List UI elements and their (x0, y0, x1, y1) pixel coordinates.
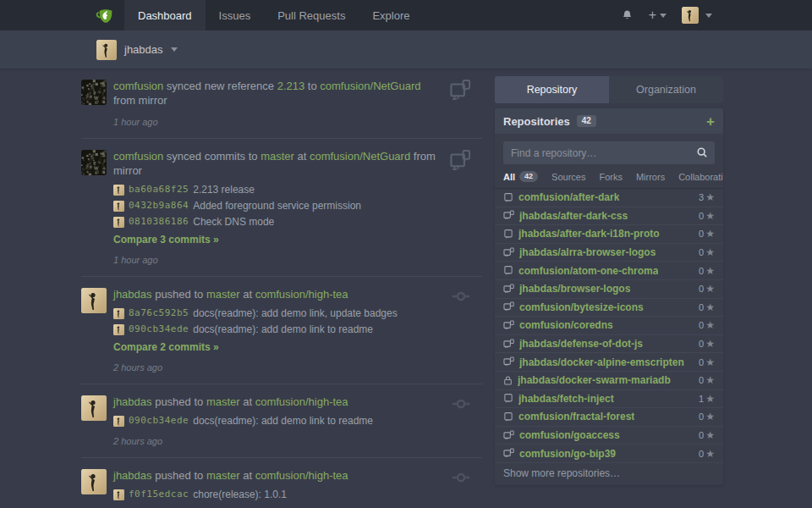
repository-row: jhabdas/alrra-browser-logos0★ (495, 244, 723, 262)
commit-author-avatar[interactable] (113, 489, 124, 500)
commit-author-avatar[interactable] (113, 217, 124, 228)
repository-link[interactable]: jhabdas/after-dark-css (519, 210, 628, 222)
commit-author-avatar[interactable] (113, 324, 124, 335)
feed-link[interactable]: comfusion/high-tea (255, 288, 348, 301)
repository-link[interactable]: comfusion/goaccess (519, 429, 620, 441)
repository-link[interactable]: comfusion/bytesize-icons (519, 301, 644, 313)
feed-item: jhabdas pushed to master at comfusion/hi… (81, 277, 482, 384)
star-count: 0 (699, 375, 704, 385)
feed-link[interactable]: comfusion (113, 80, 163, 92)
commit-author-avatar[interactable] (113, 201, 124, 212)
commit-row: 090cb34ededocs(readme): add demo link to… (113, 415, 440, 427)
repository-link[interactable]: comfusion/fractal-forest (518, 411, 634, 422)
nav-item-pull-requests[interactable]: Pull Requests (264, 0, 359, 30)
repository-star-count: 0★ (699, 210, 715, 222)
repo-book-icon (503, 265, 513, 276)
commit-sha-link[interactable]: 0432b9a864 (129, 200, 189, 212)
tab-organization[interactable]: Organization (609, 76, 723, 103)
repository-link[interactable]: jhabdas/alrra-browser-logos (519, 246, 656, 258)
actor-avatar[interactable] (81, 395, 107, 421)
feed-link[interactable]: jhabdas (113, 288, 152, 301)
nav-item-issues[interactable]: Issues (206, 0, 265, 30)
repository-star-count: 0★ (699, 319, 715, 331)
notifications-bell-icon[interactable] (621, 9, 634, 22)
tab-repository[interactable]: Repository (495, 76, 609, 103)
commit-row: 8a76c592b5docs(readme): add demo link, u… (113, 307, 440, 319)
actor-avatar[interactable] (81, 150, 107, 175)
feed-link[interactable]: master (206, 288, 240, 301)
feed-link[interactable]: comfusion/NetGuard (310, 150, 410, 163)
actor-avatar[interactable] (81, 469, 107, 494)
create-new-dropdown[interactable]: + (649, 8, 667, 22)
compare-commits-link[interactable]: Compare 2 commits » (113, 341, 219, 353)
commit-sha-link[interactable]: 090cb34ede (129, 415, 189, 427)
filter-forks[interactable]: Forks (599, 172, 623, 182)
feed-link[interactable]: comfusion/high-tea (255, 395, 348, 408)
nav-item-dashboard[interactable]: Dashboard (124, 0, 206, 30)
feed-link[interactable]: comfusion/high-tea (255, 469, 348, 482)
commit-message: chore(release): 1.0.1 (193, 489, 287, 500)
filter-mirrors[interactable]: Mirrors (636, 172, 665, 182)
nav-item-explore[interactable]: Explore (359, 0, 423, 30)
context-switcher[interactable]: jhabdas (96, 40, 178, 60)
compare-commits-link[interactable]: Compare 3 commits » (113, 234, 219, 246)
repository-link[interactable]: jhabdas/fetch-inject (518, 393, 614, 405)
feed-link[interactable]: 2.213 (277, 80, 305, 92)
repository-link[interactable]: comfusion/go-bip39 (519, 448, 616, 460)
add-repository-button[interactable]: + (706, 114, 715, 129)
commit-row: ba60a68f252.213 release (113, 184, 440, 196)
repository-link[interactable]: jhabdas/docker-swarm-mariadb (518, 374, 671, 386)
actor-avatar[interactable] (81, 80, 107, 105)
commit-message: Check DNS mode (193, 216, 274, 228)
repository-list: comfusion/after-dark3★jhabdas/after-dark… (495, 189, 723, 463)
repository-link[interactable]: jhabdas/docker-alpine-emscripten (519, 356, 684, 368)
mirror-repo-icon (503, 430, 514, 441)
mirror-repo-icon (503, 301, 514, 312)
gitea-logo[interactable] (95, 0, 124, 30)
filter-all[interactable]: All42 (503, 171, 538, 182)
repository-row: comfusion/coredns0★ (495, 317, 723, 335)
actor-avatar[interactable] (81, 288, 107, 313)
star-icon: ★ (705, 210, 715, 222)
commit-row: 0432b9a864Added foreground service permi… (113, 200, 440, 212)
commit-sha-link[interactable]: 8a76c592b5 (129, 307, 189, 319)
feed-title: comfusion synced new reference 2.213 to … (113, 79, 440, 108)
mirror-repo-icon (503, 339, 514, 350)
repo-book-icon (503, 229, 513, 240)
repositories-panel-header: Repositories 42 + (495, 108, 723, 134)
feed-link[interactable]: jhabdas (113, 469, 152, 482)
commit-message: 2.213 release (193, 184, 255, 196)
feed-link[interactable]: master (261, 150, 294, 163)
commit-sha-link[interactable]: f0f15edcac (129, 489, 189, 500)
feed-link[interactable]: master (206, 395, 240, 408)
commit-sha-link[interactable]: 090cb34ede (129, 323, 189, 335)
repository-link[interactable]: jhabdas/after-dark-i18n-proto (518, 228, 660, 240)
feed-link[interactable]: jhabdas (113, 395, 152, 408)
repository-search-input[interactable] (503, 141, 715, 164)
repository-link[interactable]: comfusion/coredns (519, 319, 613, 331)
user-menu[interactable] (682, 7, 712, 24)
filter-sources[interactable]: Sources (551, 172, 585, 182)
repository-star-count: 0★ (699, 411, 715, 422)
repository-link[interactable]: comfusion/atom-one-chroma (518, 265, 658, 277)
repository-filters: All42SourcesForksMirrorsCollaborative (495, 171, 723, 189)
show-more-repositories-link[interactable]: Show more repositories… (495, 463, 723, 485)
repository-row: jhabdas/docker-alpine-emscripten0★ (495, 353, 723, 372)
repository-link[interactable]: jhabdas/defense-of-dot-js (519, 338, 643, 350)
feed-link[interactable]: master (206, 469, 240, 482)
filter-label: Mirrors (636, 172, 665, 182)
repository-star-count: 0★ (699, 448, 715, 460)
feed-link[interactable]: comfusion/NetGuard (320, 80, 420, 92)
commit-author-avatar[interactable] (113, 185, 124, 196)
repository-link[interactable]: comfusion/after-dark (518, 191, 619, 203)
filter-collaborative[interactable]: Collaborative (678, 172, 723, 182)
commit-author-avatar[interactable] (113, 308, 124, 319)
commit-row: f0f15edcacchore(release): 1.0.1 (113, 489, 440, 500)
commit-sha-link[interactable]: ba60a68f25 (129, 184, 189, 196)
repository-link[interactable]: jhabdas/browser-logos (519, 283, 630, 295)
commit-author-avatar[interactable] (113, 416, 124, 427)
commit-sha-link[interactable]: 0810386186 (129, 216, 189, 228)
git-commit-icon (450, 395, 472, 416)
feed-link[interactable]: comfusion (113, 150, 163, 163)
star-icon: ★ (705, 374, 715, 386)
